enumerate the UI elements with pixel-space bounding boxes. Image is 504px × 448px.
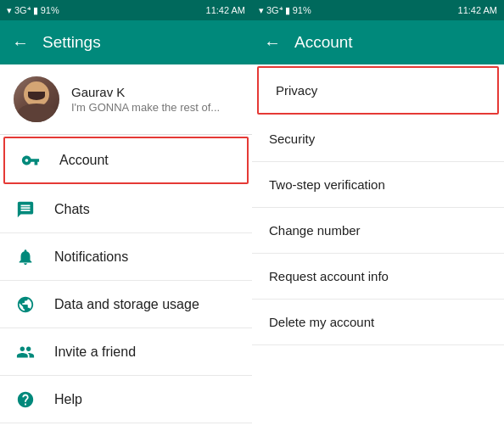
menu-item-twostep[interactable]: Two-step verification: [252, 162, 504, 208]
bell-icon: [14, 248, 37, 266]
profile-name: Gaurav K: [71, 85, 238, 99]
battery-icon-left: ▮: [33, 5, 38, 16]
status-time-right: 11:42 AM: [458, 5, 497, 15]
invite-label: Invite a friend: [54, 344, 136, 360]
menu-item-changenumber[interactable]: Change number: [252, 208, 504, 254]
menu-item-data[interactable]: Data and storage usage: [0, 281, 252, 328]
wifi-icon-right: ▾: [259, 5, 264, 16]
left-screen: ▾ 3G⁴ ▮ 91% 11:42 AM ← Settings Gaurav K…: [0, 0, 252, 448]
profile-status: I'm GONNA make the rest of...: [71, 101, 238, 114]
menu-item-requestinfo[interactable]: Request account info: [252, 254, 504, 300]
top-bar-left: ← Settings: [0, 20, 252, 64]
security-label: Security: [269, 132, 315, 146]
privacy-label: Privacy: [276, 83, 317, 98]
battery-level-right: 91%: [293, 5, 311, 15]
chats-label: Chats: [54, 202, 90, 217]
menu-item-account[interactable]: Account: [3, 137, 249, 184]
battery-icon-right: ▮: [285, 5, 290, 16]
people-icon: [14, 343, 37, 361]
status-left: ▾ 3G⁴ ▮ 91%: [7, 5, 59, 16]
avatar: [14, 76, 59, 122]
requestinfo-label: Request account info: [269, 269, 389, 283]
account-title: Account: [294, 33, 353, 52]
key-icon: [19, 151, 42, 170]
avatar-body: [18, 104, 55, 122]
wifi-icon: ▾: [7, 5, 12, 16]
menu-item-chats[interactable]: Chats: [0, 186, 252, 233]
twostep-label: Two-step verification: [269, 177, 385, 192]
help-icon: [14, 390, 37, 409]
profile-info: Gaurav K I'm GONNA make the rest of...: [71, 85, 238, 114]
avatar-beard: [28, 92, 45, 100]
top-bar-right: ← Account: [252, 20, 504, 64]
menu-item-help[interactable]: Help: [0, 376, 252, 423]
status-bar-right: ▾ 3G⁴ ▮ 91% 11:42 AM: [252, 0, 504, 20]
menu-item-deleteaccount[interactable]: Delete my account: [252, 300, 504, 345]
status-left-right: ▾ 3G⁴ ▮ 91%: [259, 5, 311, 16]
battery-level-left: 91%: [41, 5, 59, 15]
back-button-right[interactable]: ←: [264, 33, 281, 53]
menu-item-notifications[interactable]: Notifications: [0, 233, 252, 281]
network-type-right: 3G⁴: [266, 5, 283, 16]
deleteaccount-label: Delete my account: [269, 315, 374, 329]
menu-item-privacy[interactable]: Privacy: [257, 66, 499, 115]
data-icon: [14, 295, 37, 314]
menu-item-security[interactable]: Security: [252, 116, 504, 162]
network-type-left: 3G⁴: [14, 5, 31, 16]
changenumber-label: Change number: [269, 223, 361, 238]
settings-title: Settings: [42, 33, 101, 52]
account-label: Account: [59, 153, 109, 168]
back-button-left[interactable]: ←: [12, 33, 29, 53]
status-time-left: 11:42 AM: [206, 5, 245, 15]
menu-item-invite[interactable]: Invite a friend: [0, 328, 252, 376]
data-label: Data and storage usage: [54, 297, 199, 312]
status-bar-left: ▾ 3G⁴ ▮ 91% 11:42 AM: [0, 0, 252, 20]
right-screen: ▾ 3G⁴ ▮ 91% 11:42 AM ← Account Privacy S…: [252, 0, 504, 448]
chat-icon: [14, 200, 37, 219]
profile-section[interactable]: Gaurav K I'm GONNA make the rest of...: [0, 64, 252, 135]
help-label: Help: [54, 392, 82, 407]
notifications-label: Notifications: [54, 249, 128, 265]
